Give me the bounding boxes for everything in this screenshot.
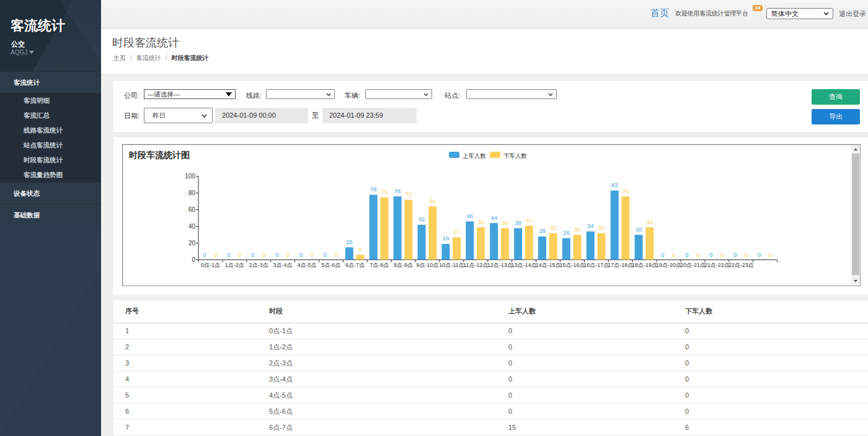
svg-text:19: 19	[443, 235, 450, 242]
svg-text:5点-6点: 5点-6点	[321, 262, 340, 268]
svg-text:12点-13点: 12点-13点	[487, 262, 513, 268]
svg-text:4点-5点: 4点-5点	[297, 262, 316, 268]
svg-text:0: 0	[238, 251, 241, 258]
svg-text:80: 80	[188, 190, 196, 196]
svg-text:6点-7点: 6点-7点	[345, 262, 365, 268]
svg-text:0: 0	[334, 251, 337, 258]
svg-text:18点-19点: 18点-19点	[632, 262, 657, 268]
svg-text:30: 30	[636, 226, 642, 233]
svg-text:0: 0	[324, 251, 327, 258]
svg-text:0: 0	[696, 251, 699, 258]
svg-text:83: 83	[611, 181, 618, 188]
svg-text:0: 0	[299, 251, 303, 258]
svg-text:0: 0	[758, 251, 761, 258]
svg-text:0: 0	[745, 251, 748, 258]
svg-text:32: 32	[598, 224, 605, 231]
svg-text:16点-17点: 16点-17点	[583, 262, 609, 268]
svg-text:0: 0	[214, 251, 217, 258]
svg-text:14点-15点: 14点-15点	[535, 262, 560, 268]
svg-text:26: 26	[563, 229, 570, 236]
svg-text:72: 72	[405, 191, 412, 198]
svg-text:13点-14点: 13点-14点	[512, 262, 537, 268]
svg-text:44: 44	[490, 214, 497, 221]
svg-text:42: 42	[418, 216, 425, 222]
svg-text:0: 0	[262, 251, 265, 258]
svg-text:17点-18点: 17点-18点	[608, 262, 633, 268]
svg-text:38: 38	[515, 219, 521, 226]
svg-text:22点-23点: 22点-23点	[728, 262, 754, 268]
svg-text:64: 64	[429, 198, 436, 204]
svg-text:100: 100	[185, 173, 195, 180]
svg-text:6: 6	[358, 246, 361, 253]
svg-text:0: 0	[733, 251, 737, 258]
svg-text:40: 40	[188, 223, 196, 230]
svg-text:3点-4点: 3点-4点	[273, 262, 293, 268]
svg-text:0: 0	[685, 251, 688, 258]
svg-text:7点-8点: 7点-8点	[370, 262, 389, 268]
svg-text:21点-22点: 21点-22点	[704, 262, 730, 268]
svg-text:46: 46	[467, 212, 474, 219]
svg-text:0点-1点: 0点-1点	[201, 262, 220, 268]
svg-text:60: 60	[188, 206, 196, 213]
svg-text:0: 0	[720, 251, 724, 258]
svg-text:0: 0	[192, 256, 195, 263]
svg-text:11点-12点: 11点-12点	[463, 262, 488, 268]
svg-text:39: 39	[647, 219, 653, 225]
svg-text:0: 0	[672, 251, 675, 258]
svg-text:76: 76	[622, 188, 629, 194]
svg-text:27: 27	[453, 229, 460, 235]
svg-text:0: 0	[661, 251, 664, 258]
svg-text:78: 78	[370, 186, 377, 193]
svg-text:8点-9点: 8点-9点	[394, 262, 413, 268]
svg-text:41: 41	[526, 217, 533, 224]
svg-text:19点-20点: 19点-20点	[656, 262, 681, 268]
svg-text:0: 0	[203, 251, 206, 258]
svg-text:0: 0	[275, 251, 278, 258]
svg-text:75: 75	[381, 188, 388, 195]
svg-text:28: 28	[539, 227, 546, 234]
svg-text:34: 34	[587, 222, 594, 229]
svg-text:38: 38	[502, 219, 508, 226]
svg-text:39: 39	[477, 219, 484, 225]
svg-text:0: 0	[311, 251, 314, 258]
svg-text:0: 0	[286, 251, 290, 258]
svg-text:10点-11点: 10点-11点	[439, 262, 464, 268]
svg-text:2点-3点: 2点-3点	[249, 262, 268, 268]
svg-text:0: 0	[709, 251, 712, 258]
svg-text:20: 20	[188, 240, 196, 246]
svg-text:20点-21点: 20点-21点	[680, 262, 706, 268]
svg-text:15: 15	[346, 238, 353, 245]
svg-text:0: 0	[769, 251, 772, 258]
svg-text:0: 0	[227, 251, 230, 258]
svg-text:15点-16点: 15点-16点	[559, 262, 585, 268]
svg-text:32: 32	[550, 224, 557, 231]
svg-text:0: 0	[251, 251, 254, 258]
svg-text:76: 76	[394, 188, 401, 194]
svg-text:1点-2点: 1点-2点	[225, 262, 244, 268]
svg-text:30: 30	[574, 226, 581, 233]
svg-text:9点-10点: 9点-10点	[416, 262, 438, 268]
